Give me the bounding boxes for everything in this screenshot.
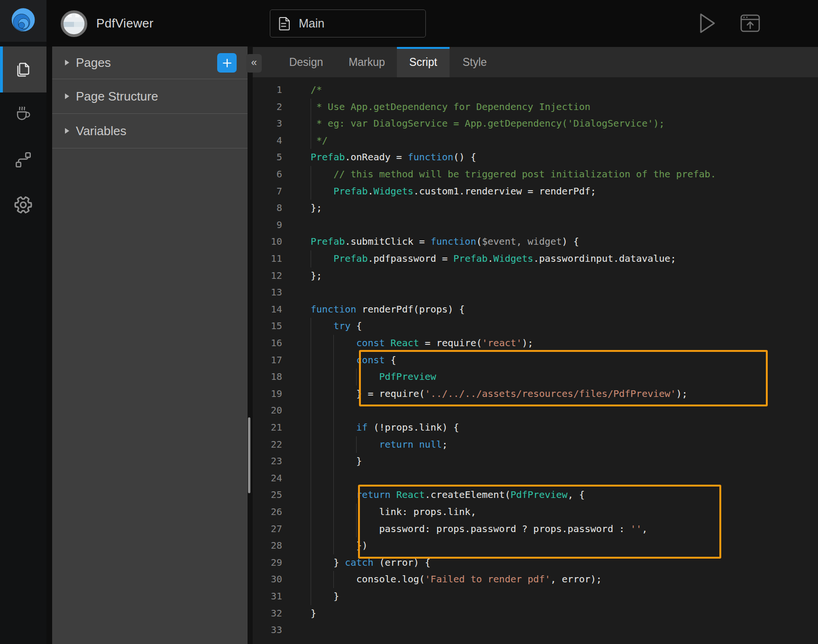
code-line: 22 return null; xyxy=(253,436,818,453)
code-line: 28 }) xyxy=(253,537,818,554)
code-line: 16 const React = require('react'); xyxy=(253,335,818,352)
code-line-text[interactable]: } xyxy=(311,453,818,470)
tab-script[interactable]: Script xyxy=(397,47,450,77)
line-number: 5 xyxy=(253,149,282,166)
code-line: 20 xyxy=(253,402,818,419)
line-number: 10 xyxy=(253,233,282,250)
code-line-text[interactable]: } xyxy=(311,588,818,605)
code-line: 14function renderPdf(props) { xyxy=(253,301,818,318)
line-number: 29 xyxy=(253,554,282,571)
code-line-text[interactable] xyxy=(311,402,818,419)
explorer-panel: PagesPage StructureVariables xyxy=(52,46,248,644)
code-line-text[interactable]: if (!props.link) { xyxy=(311,419,818,436)
line-number: 32 xyxy=(253,605,282,622)
explorer-section-pages[interactable]: Pages xyxy=(52,46,248,79)
line-number: 27 xyxy=(253,521,282,538)
code-line-text[interactable]: }; xyxy=(311,267,818,285)
code-line-text[interactable]: } = require('../../../assets/resources/f… xyxy=(311,386,818,403)
wavemaker-logo[interactable] xyxy=(0,0,46,42)
code-line: 23 } xyxy=(253,453,818,470)
code-line-text[interactable]: Prefab.Widgets.custom1.renderview = rend… xyxy=(311,183,818,200)
code-line: 1/* xyxy=(253,82,818,99)
code-line-text[interactable]: }) xyxy=(311,537,818,554)
code-line: 33 xyxy=(253,622,818,639)
section-label: Pages xyxy=(76,55,111,70)
code-line-text[interactable]: Prefab.onReady = function() { xyxy=(311,149,818,166)
line-number: 33 xyxy=(253,622,282,639)
code-line-text[interactable] xyxy=(311,217,818,234)
line-number: 7 xyxy=(253,183,282,200)
line-number: 21 xyxy=(253,419,282,436)
activity-item-pages[interactable] xyxy=(0,46,46,92)
code-editor[interactable]: 1/*2 * Use App.getDependency for Depende… xyxy=(253,77,818,644)
code-line-text[interactable]: Prefab.pdfpassword = Prefab.Widgets.pass… xyxy=(311,250,818,267)
line-number: 13 xyxy=(253,284,282,301)
code-line-text[interactable]: const { xyxy=(311,352,818,369)
code-line-text[interactable]: */ xyxy=(311,132,818,149)
activity-item-orchestration[interactable] xyxy=(0,144,46,175)
line-number: 11 xyxy=(253,250,282,267)
code-line: 17 const { xyxy=(253,352,818,369)
code-line: 10Prefab.submitClick = function($event, … xyxy=(253,233,818,250)
activity-bar xyxy=(0,42,46,644)
plus-icon xyxy=(222,58,232,68)
line-number: 25 xyxy=(253,487,282,504)
code-line-text[interactable] xyxy=(311,470,818,487)
code-line-text[interactable]: } xyxy=(311,605,818,622)
page-selector[interactable]: Main xyxy=(270,9,426,37)
code-line: 24 xyxy=(253,470,818,487)
line-number: 26 xyxy=(253,504,282,521)
code-line-text[interactable]: // this method will be triggered post in… xyxy=(311,166,818,183)
page-selector-label: Main xyxy=(299,17,324,30)
code-line-text[interactable]: function renderPdf(props) { xyxy=(311,301,818,318)
code-line-text[interactable]: link: props.link, xyxy=(311,504,818,521)
code-line-text[interactable]: * Use App.getDependency for Dependency I… xyxy=(311,99,818,116)
editor-tabbar: DesignMarkupScriptStyle xyxy=(253,47,818,77)
line-number: 14 xyxy=(253,301,282,318)
pages-icon xyxy=(14,61,32,79)
add-page-button[interactable] xyxy=(217,53,237,73)
line-number: 4 xyxy=(253,132,282,149)
activity-item-java-services[interactable] xyxy=(0,98,46,128)
prefab-avatar xyxy=(60,10,88,37)
code-line-text[interactable]: }; xyxy=(311,200,818,217)
line-number: 23 xyxy=(253,453,282,470)
chevron-right-icon xyxy=(65,93,69,99)
code-line-text[interactable]: Prefab.submitClick = function($event, wi… xyxy=(311,233,818,250)
line-number: 9 xyxy=(253,217,282,234)
code-line: 18 PdfPreview xyxy=(253,368,818,386)
panel-scrollbar-thumb[interactable] xyxy=(248,417,250,493)
code-line: 32} xyxy=(253,605,818,622)
code-line-text[interactable]: try { xyxy=(311,318,818,335)
run-preview-button[interactable] xyxy=(695,9,720,37)
code-line-text[interactable]: * eg: var DialogService = App.getDepende… xyxy=(311,115,818,132)
tab-markup[interactable]: Markup xyxy=(346,47,387,77)
code-line-text[interactable] xyxy=(311,284,818,301)
code-line: 29 } catch (error) { xyxy=(253,554,818,571)
code-line: 31 } xyxy=(253,588,818,605)
code-line-text[interactable]: /* xyxy=(311,82,818,99)
collapse-panel-button[interactable]: « xyxy=(246,54,262,73)
java-service-coffee-icon xyxy=(13,103,33,123)
code-line-text[interactable]: return null; xyxy=(311,436,818,453)
chevron-right-icon xyxy=(65,128,69,134)
code-line-text[interactable]: const React = require('react'); xyxy=(311,335,818,352)
panel-divider xyxy=(248,46,253,644)
line-number: 31 xyxy=(253,588,282,605)
code-line: 26 link: props.link, xyxy=(253,504,818,521)
line-number: 6 xyxy=(253,166,282,183)
code-line-text[interactable]: } catch (error) { xyxy=(311,554,818,571)
code-line-text[interactable]: console.log('Failed to render pdf', erro… xyxy=(311,571,818,588)
tab-style[interactable]: Style xyxy=(457,47,493,77)
play-icon xyxy=(699,12,716,34)
explorer-section-variables[interactable]: Variables xyxy=(52,114,248,148)
activity-item-settings[interactable] xyxy=(0,190,46,220)
code-line-text[interactable]: password: props.password ? props.passwor… xyxy=(311,521,818,538)
publish-button[interactable] xyxy=(737,11,763,36)
explorer-section-page-structure[interactable]: Page Structure xyxy=(52,79,248,114)
code-line-text[interactable] xyxy=(311,622,818,639)
code-line: 15 try { xyxy=(253,318,818,335)
code-line-text[interactable]: return React.createElement(PdfPreview, { xyxy=(311,487,818,504)
tab-design[interactable]: Design xyxy=(288,47,324,77)
code-line-text[interactable]: PdfPreview xyxy=(311,368,818,386)
